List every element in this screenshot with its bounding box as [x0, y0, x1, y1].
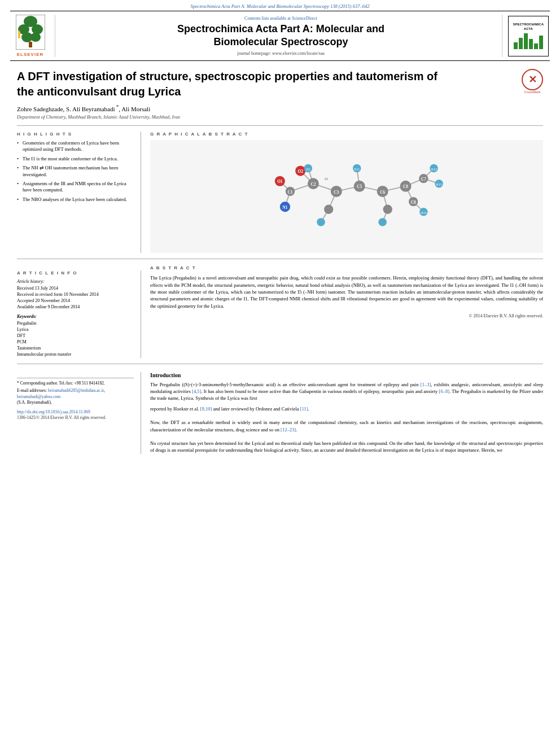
contents-line: Contents lists available at ScienceDirec… [60, 16, 502, 21]
affiliation-text: Department of Chemistry, Mashhad Branch,… [17, 114, 543, 120]
intro-text-now: Now, the DFT as a remarkable method is w… [150, 420, 543, 432]
crossmark-badge: ✕ CrossMark [522, 69, 543, 94]
keywords-section: Keywords: Pregabalin Lyrica DFT PCM Taut… [17, 314, 134, 357]
doi-link[interactable]: http://dx.doi.org/10.1016/j.saa.2014.11.… [17, 409, 134, 414]
keyword-3: DFT [17, 333, 134, 338]
divider-1 [17, 125, 543, 126]
intro-text-crystal: No crystal structure has yet been determ… [150, 440, 543, 453]
email-suffix: (S.A. Beyramabadi). [17, 400, 134, 406]
highlights-list: Geometries of the conformers of Lyrica h… [17, 140, 134, 203]
svg-point-47 [317, 218, 325, 226]
spectro-logo-box: SPECTROCHIMICAACTA [508, 16, 549, 56]
keyword-2: Lyrica [17, 327, 134, 332]
authors-line: Zohre Sadeghzade, S. Ali Beyramabadi *, … [17, 104, 543, 112]
journal-center-info: Contents lists available at ScienceDirec… [60, 15, 502, 57]
svg-text:C3: C3 [334, 190, 339, 194]
email-1[interactable]: beiramabadi6285@mshdiau.ac.ir [48, 388, 104, 393]
revised-date: Received in revised form 10 November 201… [17, 292, 134, 297]
journal-citation-text: Spectrochimica Acta Part A: Molecular an… [191, 3, 370, 9]
highlights-heading: H I G H L I G H T S [17, 132, 134, 137]
crossmark-icon: ✕ [522, 69, 543, 90]
keyword-1: Pregabalin [17, 321, 134, 326]
svg-rect-6 [29, 42, 32, 47]
highlight-item-1: Geometries of the conformers of Lyrica h… [17, 140, 134, 153]
bar-3 [524, 33, 528, 49]
introduction-section: Introduction The Pregabalin ((S)-(+)-3-a… [150, 372, 543, 454]
ref-4-5: [4,5] [192, 388, 201, 394]
email-line: E-mail addresses: beiramabadi6285@mshdia… [17, 388, 134, 400]
corresponding-author-note: * Corresponding author. Tel./fax: +98 51… [17, 381, 134, 387]
graphical-abstract-image: C2 C3 C5 C6 C8 O1 O2 N1 H3 H11 H12 H15 H… [150, 140, 543, 253]
intro-text-reported: reported by Hoekstr et al. [150, 406, 200, 412]
ref-9-10: [9,10] [200, 406, 212, 412]
svg-text:I3: I3 [325, 177, 328, 181]
footnotes-section: * Corresponding author. Tel./fax: +98 51… [17, 372, 141, 454]
svg-point-5 [30, 33, 41, 42]
article-info-section: A R T I C L E I N F O Article history: R… [17, 270, 141, 358]
bar-1 [514, 42, 518, 49]
bottom-section: * Corresponding author. Tel./fax: +98 51… [17, 372, 543, 454]
highlight-item-2: The I1 is the most stable conformer of t… [17, 156, 134, 162]
svg-text:H16: H16 [421, 211, 427, 215]
journal-title: Spectrochimica Acta Part A: Molecular an… [60, 23, 502, 49]
divider-2 [17, 259, 543, 259]
info-abstract-row: A R T I C L E I N F O Article history: R… [17, 265, 543, 358]
svg-text:C6: C6 [380, 190, 385, 194]
intro-heading: Introduction [150, 372, 543, 378]
elsevier-logo: ELSEVIER [10, 15, 55, 57]
svg-text:C8: C8 [403, 185, 408, 189]
abstract-heading: A B S T R A C T [150, 265, 543, 272]
ref-11: [11] [300, 406, 308, 412]
sciencedirect-link[interactable]: ScienceDirect [292, 16, 317, 21]
email-label: E-mail addresses: [17, 388, 47, 393]
svg-text:H3: H3 [306, 167, 310, 171]
spectro-bar-chart [514, 33, 543, 49]
ref-1-3: [1–3] [421, 382, 431, 387]
svg-point-36 [324, 204, 333, 213]
elsevier-tree-icon [16, 15, 45, 50]
svg-point-3 [32, 24, 43, 34]
article-info-heading: A R T I C L E I N F O [17, 270, 134, 276]
bar-2 [519, 38, 523, 49]
keywords-label: Keywords: [17, 314, 134, 319]
highlight-item-3: The NH ⇌ OH tautomerism mechanism has be… [17, 165, 134, 178]
accepted-date: Accepted 20 November 2014 [17, 298, 134, 303]
svg-text:C2: C2 [310, 182, 316, 187]
svg-text:C1: C1 [288, 190, 293, 194]
highlight-item-5: The NBO analyses of the Lyrica have been… [17, 196, 134, 203]
journal-homepage: journal homepage: www.elsevier.com/locat… [60, 51, 502, 56]
available-date: Available online 9 December 2014 [17, 304, 134, 309]
svg-rect-7 [18, 32, 20, 38]
journal-header: ELSEVIER Contents lists available at Sci… [10, 11, 550, 61]
journal-citation-bar: Spectrochimica Acta Part A: Molecular an… [0, 0, 560, 11]
svg-text:O1: O1 [277, 180, 283, 184]
crossmark-label: CrossMark [522, 90, 543, 94]
abstract-text: The Lyrica (Pregabalin) is a novel antic… [150, 274, 543, 309]
svg-text:O2: O2 [298, 169, 304, 174]
received-date: Received 13 July 2014 [17, 286, 134, 291]
divider-3 [17, 364, 543, 364]
svg-text:H12: H12 [431, 167, 437, 171]
svg-text:N1: N1 [282, 205, 287, 209]
highlight-item-4: Assignments of the IR and NMR spectra of… [17, 181, 134, 194]
bar-5 [534, 43, 538, 49]
abstract-copyright: © 2014 Elsevier B.V. All rights reserved… [150, 313, 543, 320]
keyword-6: Intramolecular proton transfer [17, 352, 134, 357]
article-content: A DFT investigation of structure, spectr… [0, 69, 560, 454]
svg-point-35 [383, 204, 392, 213]
abstract-section: A B S T R A C T The Lyrica (Pregabalin) … [150, 265, 543, 358]
elsevier-label: ELSEVIER [17, 52, 44, 57]
svg-text:C5: C5 [357, 185, 362, 189]
svg-text:C8: C8 [411, 200, 416, 204]
graphical-abstract-section: G R A P H I C A L A B S T R A C T [150, 132, 543, 253]
svg-point-46 [378, 218, 387, 226]
author-name-1: Zohre Sadeghzade, S. Ali Beyramabadi [17, 106, 115, 112]
email-2[interactable]: beiramabadi@yahoo.com [17, 394, 60, 399]
author-name-2: , Ali Morsali [119, 106, 150, 112]
intro-col-left: reported by Hoekstr et al. [9,10] and la… [150, 405, 543, 454]
bar-4 [529, 39, 533, 49]
ref-12-23: [12–23] [281, 427, 296, 433]
article-title: A DFT investigation of structure, spectr… [17, 69, 446, 99]
footnote-content: * Corresponding author. Tel./fax: +98 51… [17, 378, 134, 406]
spectro-logo: SPECTROCHIMICAACTA [502, 15, 550, 57]
